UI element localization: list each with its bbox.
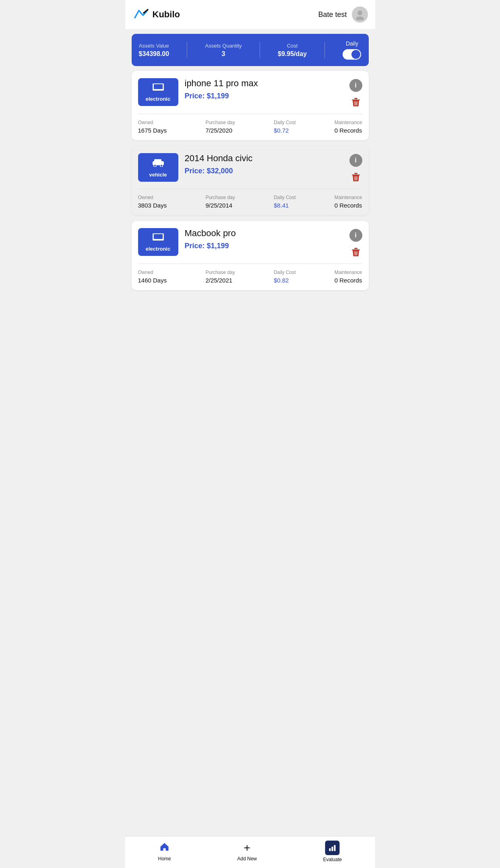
asset-price-3: Price: $1,199 — [185, 242, 343, 250]
logo: Kubilo — [132, 6, 180, 23]
purchase-value-2: 9/25/2014 — [205, 202, 232, 209]
card-stats-3: Owned 1460 Days Purchase day 2/25/2021 D… — [132, 264, 369, 290]
maintenance-stat-1: Maintenance 0 Records — [335, 120, 362, 134]
delete-button-2[interactable] — [349, 171, 362, 184]
svg-rect-23 — [352, 249, 360, 250]
purchase-label-3: Purchase day — [205, 270, 235, 275]
delete-button-3[interactable] — [349, 246, 362, 259]
owned-label-2: Owned — [138, 195, 153, 200]
daily-toggle-section: Daily — [343, 40, 361, 60]
stat-cost: Cost $9.95/day — [278, 43, 307, 58]
maintenance-value-3: 0 Records — [335, 277, 362, 284]
purchase-stat-1: Purchase day 7/25/2020 — [205, 120, 235, 134]
cost-value: $9.95/day — [278, 50, 307, 58]
user-name: Bate test — [318, 10, 347, 19]
stat-assets-quantity: Assets Quantity 3 — [205, 43, 242, 58]
category-label-2: vehicle — [149, 172, 167, 178]
svg-rect-7 — [354, 98, 357, 99]
svg-rect-12 — [154, 159, 161, 162]
category-badge-1: electronic — [138, 78, 178, 106]
asset-price-1: Price: $1,199 — [185, 92, 343, 100]
card-actions-1: i — [349, 78, 362, 109]
card-info-2: 2014 Honda civic Price: $32,000 — [185, 153, 343, 175]
svg-line-10 — [357, 102, 357, 105]
stat-assets-value: Assets Value $34398.00 — [139, 43, 169, 58]
purchase-stat-3: Purchase day 2/25/2021 — [205, 270, 235, 284]
category-badge-3: electronic — [138, 228, 178, 256]
card-top-3: electronic Macbook pro Price: $1,199 i — [132, 221, 369, 264]
svg-line-27 — [357, 251, 357, 255]
header-right: Bate test — [318, 6, 368, 23]
owned-value-3: 1460 Days — [138, 277, 167, 284]
info-button-1[interactable]: i — [349, 79, 362, 92]
assets-quantity-label: Assets Quantity — [205, 43, 242, 49]
svg-line-8 — [355, 102, 355, 105]
owned-stat-1: Owned 1675 Days — [138, 120, 167, 134]
svg-rect-22 — [153, 239, 164, 240]
owned-stat-2: Owned 3803 Days — [138, 195, 167, 209]
asset-name-2: 2014 Honda civic — [185, 153, 343, 164]
svg-point-2 — [356, 17, 364, 20]
divider-3 — [324, 42, 325, 58]
stats-bar: Assets Value $34398.00 Assets Quantity 3… — [132, 34, 369, 66]
owned-value-1: 1675 Days — [138, 127, 167, 134]
maintenance-label-1: Maintenance — [335, 120, 362, 125]
asset-card-3: electronic Macbook pro Price: $1,199 i — [132, 221, 369, 290]
asset-name-1: iphone 11 pro max — [185, 78, 343, 89]
card-info-1: iphone 11 pro max Price: $1,199 — [185, 78, 343, 100]
maintenance-value-1: 0 Records — [335, 127, 362, 134]
card-info-3: Macbook pro Price: $1,199 — [185, 228, 343, 250]
svg-point-1 — [357, 10, 362, 15]
svg-rect-6 — [352, 100, 360, 100]
assets-value: $34398.00 — [139, 50, 169, 58]
asset-name-3: Macbook pro — [185, 228, 343, 239]
info-button-2[interactable]: i — [349, 154, 362, 167]
svg-point-14 — [160, 164, 163, 167]
category-label-3: electronic — [146, 246, 170, 252]
purchase-value-3: 2/25/2021 — [205, 277, 232, 284]
logo-text: Kubilo — [153, 9, 180, 20]
svg-rect-15 — [352, 174, 360, 175]
card-top-2: vehicle 2014 Honda civic Price: $32,000 … — [132, 146, 369, 189]
info-button-3[interactable]: i — [349, 229, 362, 242]
daily-cost-value-1: $0.72 — [274, 127, 289, 134]
logo-icon — [132, 6, 150, 23]
svg-rect-24 — [354, 248, 357, 249]
maintenance-stat-3: Maintenance 0 Records — [335, 270, 362, 284]
card-actions-2: i — [349, 153, 362, 184]
daily-cost-label-3: Daily Cost — [274, 270, 296, 275]
card-stats-2: Owned 3803 Days Purchase day 9/25/2014 D… — [132, 189, 369, 215]
assets-quantity: 3 — [222, 50, 225, 58]
purchase-label-1: Purchase day — [205, 120, 235, 125]
purchase-value-1: 7/25/2020 — [205, 127, 232, 134]
category-label-1: electronic — [146, 96, 170, 102]
daily-cost-value-3: $0.82 — [274, 277, 289, 284]
avatar[interactable] — [352, 6, 368, 23]
maintenance-stat-2: Maintenance 0 Records — [335, 195, 362, 209]
daily-cost-stat-1: Daily Cost $0.72 — [274, 120, 296, 134]
daily-toggle[interactable] — [343, 49, 361, 60]
card-actions-3: i — [349, 228, 362, 259]
daily-cost-label-1: Daily Cost — [274, 120, 296, 125]
daily-cost-stat-3: Daily Cost $0.82 — [274, 270, 296, 284]
maintenance-value-2: 0 Records — [335, 202, 362, 209]
daily-cost-label-2: Daily Cost — [274, 195, 296, 200]
svg-rect-4 — [154, 84, 163, 89]
maintenance-label-2: Maintenance — [335, 195, 362, 200]
owned-value-2: 3803 Days — [138, 202, 167, 209]
divider-1 — [187, 42, 187, 58]
owned-stat-3: Owned 1460 Days — [138, 270, 167, 284]
svg-rect-21 — [154, 234, 163, 239]
purchase-stat-2: Purchase day 9/25/2014 — [205, 195, 235, 209]
svg-line-25 — [355, 251, 355, 255]
daily-cost-stat-2: Daily Cost $8.41 — [274, 195, 296, 209]
delete-button-1[interactable] — [349, 96, 362, 109]
assets-value-label: Assets Value — [139, 43, 169, 49]
card-top-1: electronic iphone 11 pro max Price: $1,1… — [132, 71, 369, 114]
purchase-label-2: Purchase day — [205, 195, 235, 200]
asset-card-2: vehicle 2014 Honda civic Price: $32,000 … — [132, 146, 369, 215]
daily-cost-value-2: $8.41 — [274, 202, 289, 209]
svg-point-13 — [154, 164, 156, 167]
owned-label-3: Owned — [138, 270, 153, 275]
asset-card-1: electronic iphone 11 pro max Price: $1,1… — [132, 71, 369, 140]
